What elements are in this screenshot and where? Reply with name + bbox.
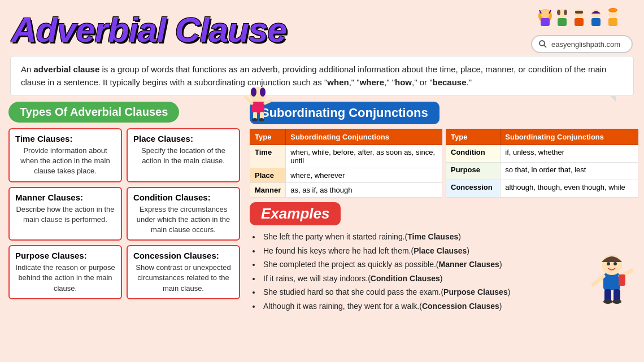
def-intro: An bbox=[21, 64, 34, 74]
page-title: Adverbial Clause bbox=[11, 10, 286, 50]
col-conj-r: Subordinating Conjunctions bbox=[501, 129, 638, 145]
col-conj-l: Subordinating Conjunctions bbox=[286, 129, 442, 145]
svg-point-22 bbox=[260, 88, 266, 97]
col-type-r: Type bbox=[446, 129, 501, 145]
type-card-purpose: Purpose Clauses: Indicate the reason or … bbox=[8, 245, 122, 299]
conj-purpose: so that, in order that, lest bbox=[501, 163, 638, 180]
svg-rect-2 bbox=[541, 18, 550, 26]
examples-section: Examples She left the party when it star… bbox=[250, 202, 638, 313]
def-where: where bbox=[360, 77, 384, 87]
conj-manner: as, as if, as though bbox=[286, 183, 442, 198]
svg-line-19 bbox=[544, 45, 546, 47]
definition-box: An adverbial clause is a group of words … bbox=[10, 56, 634, 96]
list-item: He found his keys where he had left them… bbox=[261, 244, 582, 258]
def-c4: ." bbox=[467, 77, 472, 87]
svg-point-18 bbox=[539, 41, 545, 46]
type-card-manner: Manner Clauses: Describe how the action … bbox=[8, 187, 122, 241]
svg-rect-40 bbox=[619, 274, 625, 286]
conj-place: where, wherever bbox=[286, 168, 442, 183]
def-how: how bbox=[395, 77, 412, 87]
site-url: easyenglishpath.com bbox=[551, 40, 620, 49]
type-purpose: Purpose bbox=[446, 163, 501, 180]
table-row: Place where, wherever bbox=[250, 168, 442, 183]
list-item: If it rains, we will stay indoors.(Condi… bbox=[261, 272, 582, 286]
svg-point-26 bbox=[252, 118, 258, 121]
svg-point-7 bbox=[557, 10, 560, 15]
conj-section: Type Subordinating Conjunctions Time whe… bbox=[250, 129, 638, 198]
girl-svg bbox=[243, 85, 274, 124]
examples-list: She left the party when it started raini… bbox=[250, 230, 582, 313]
header: Adverbial Clause bbox=[0, 0, 644, 56]
example-bold: Condition Clauses bbox=[371, 274, 440, 283]
conj-table-right: Type Subordinating Conjunctions Conditio… bbox=[446, 129, 638, 198]
boy-svg bbox=[588, 245, 638, 313]
svg-rect-11 bbox=[575, 11, 583, 14]
svg-point-8 bbox=[564, 10, 567, 15]
type-card-manner-title: Manner Clauses: bbox=[15, 193, 115, 202]
search-bar[interactable]: easyenglishpath.com bbox=[531, 35, 633, 53]
type-manner: Manner bbox=[250, 183, 286, 198]
svg-line-38 bbox=[593, 276, 603, 285]
def-c1: ," " bbox=[349, 77, 360, 87]
type-card-purpose-title: Purpose Clauses: bbox=[15, 251, 115, 260]
table-row: Condition if, unless, whether bbox=[446, 145, 638, 163]
conj-condition: if, unless, whether bbox=[501, 145, 638, 163]
type-card-purpose-body: Indicate the reason or purpose behind th… bbox=[15, 263, 115, 294]
list-item: She completed the project as quickly as … bbox=[261, 258, 582, 272]
svg-point-33 bbox=[613, 262, 617, 265]
type-card-manner-body: Describe how the action in the main clau… bbox=[15, 204, 115, 225]
table-row: Purpose so that, in order that, lest bbox=[446, 163, 638, 180]
type-card-concession: Concession Clauses: Show contrast or une… bbox=[127, 245, 240, 299]
svg-point-32 bbox=[607, 262, 610, 265]
conj-table-left: Type Subordinating Conjunctions Time whe… bbox=[250, 129, 442, 198]
svg-rect-15 bbox=[608, 18, 617, 26]
col-type-l: Type bbox=[250, 129, 286, 145]
example-bold: Manner Clauses bbox=[439, 260, 499, 269]
example-bold: Concession Clauses bbox=[422, 302, 499, 311]
type-card-place: Place Clauses: Specify the location of t… bbox=[127, 128, 240, 182]
type-card-place-body: Specify the location of the action in th… bbox=[133, 146, 233, 166]
svg-rect-23 bbox=[252, 102, 264, 113]
list-item: She left the party when it started raini… bbox=[261, 230, 582, 244]
svg-point-37 bbox=[612, 299, 621, 304]
example-bold: Time Clauses bbox=[407, 232, 458, 241]
table-row: Time when, while, before, after, as soon… bbox=[250, 145, 442, 168]
type-card-condition-body: Express the circumstances under which th… bbox=[133, 204, 233, 235]
svg-rect-13 bbox=[591, 18, 601, 26]
cartoon-boy-right bbox=[588, 245, 638, 315]
def-text1: is a group of words that functions as an… bbox=[21, 64, 606, 87]
type-card-place-title: Place Clauses: bbox=[133, 134, 233, 143]
search-icon bbox=[538, 39, 548, 49]
svg-rect-30 bbox=[603, 273, 620, 290]
conj-header: Subordinating Conjunctions bbox=[250, 102, 440, 124]
def-because: because bbox=[432, 77, 466, 87]
type-card-condition: Condition Clauses: Express the circumsta… bbox=[127, 187, 240, 241]
type-card-concession-body: Show contrast or unexpected circumstance… bbox=[133, 263, 233, 294]
example-bold: Purpose Clauses bbox=[443, 287, 508, 296]
types-header: Types Of Adverbial Clauses bbox=[8, 102, 179, 123]
type-card-time-body: Provide information about when the actio… bbox=[15, 146, 115, 177]
svg-point-21 bbox=[251, 88, 256, 97]
table-row: Manner as, as if, as though bbox=[250, 183, 442, 198]
svg-point-27 bbox=[259, 118, 264, 121]
examples-content: Examples She left the party when it star… bbox=[250, 202, 582, 313]
types-grid: Time Clauses: Provide information about … bbox=[6, 128, 243, 299]
def-when: when bbox=[327, 77, 349, 87]
svg-rect-17 bbox=[610, 9, 616, 11]
characters-svg bbox=[537, 6, 627, 34]
type-card-condition-title: Condition Clauses: bbox=[133, 193, 233, 202]
type-condition: Condition bbox=[446, 145, 501, 163]
svg-line-29 bbox=[265, 101, 271, 103]
def-c2: ," " bbox=[384, 77, 395, 87]
examples-title: Examples bbox=[250, 202, 341, 225]
conj-time: when, while, before, after, as soon as, … bbox=[286, 145, 442, 168]
def-bold1: adverbial clause bbox=[34, 64, 100, 74]
list-item: She studied hard so that she could pass … bbox=[261, 285, 582, 299]
svg-point-36 bbox=[603, 299, 612, 304]
type-card-time-title: Time Clauses: bbox=[15, 134, 115, 143]
table-row: Concession although, though, even though… bbox=[446, 180, 638, 198]
svg-point-1 bbox=[541, 9, 550, 18]
type-place: Place bbox=[250, 168, 286, 183]
example-bold: Place Clauses bbox=[414, 246, 467, 255]
conj-concession: although, though, even though, while bbox=[501, 180, 638, 198]
